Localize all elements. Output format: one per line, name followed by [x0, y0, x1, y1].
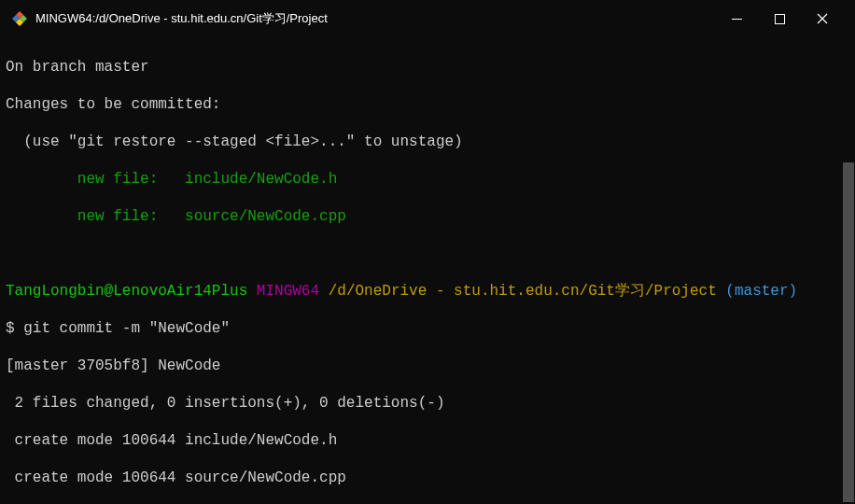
- svg-rect-0: [775, 14, 784, 23]
- output-line: new file: include/NewCode.h: [6, 170, 849, 189]
- output-line: 2 files changed, 0 insertions(+), 0 dele…: [6, 394, 849, 413]
- git-diamond-icon: [11, 10, 28, 27]
- command-line: $ git commit -m "NewCode": [6, 319, 849, 338]
- minimize-button[interactable]: [715, 4, 758, 34]
- output-line: [master 3705bf8] NewCode: [6, 357, 849, 375]
- scrollbar-thumb[interactable]: [843, 162, 854, 502]
- output-line: create mode 100644 source/NewCode.cpp: [6, 469, 849, 487]
- output-line: On branch master: [6, 58, 849, 77]
- terminal-area[interactable]: On branch master Changes to be committed…: [0, 37, 855, 504]
- prompt-env: MINGW64: [257, 283, 319, 300]
- window-controls: [715, 4, 848, 34]
- output-line: create mode 100644 include/NewCode.h: [6, 431, 849, 450]
- prompt-user: TangLongbin@LenovoAir14Plus: [6, 283, 247, 300]
- titlebar: MINGW64:/d/OneDrive - stu.hit.edu.cn/Git…: [0, 0, 855, 37]
- window-title: MINGW64:/d/OneDrive - stu.hit.edu.cn/Git…: [35, 11, 715, 26]
- output-line: (use "git restore --staged <file>..." to…: [6, 133, 849, 151]
- close-button[interactable]: [801, 4, 844, 34]
- blank-line: [6, 245, 849, 263]
- prompt-line: TangLongbin@LenovoAir14Plus MINGW64 /d/O…: [6, 282, 849, 301]
- scrollbar[interactable]: [843, 39, 854, 502]
- prompt-path: /d/OneDrive - stu.hit.edu.cn/Git学习/Proje…: [329, 283, 717, 300]
- prompt-branch: (master): [717, 283, 797, 300]
- maximize-button[interactable]: [758, 4, 801, 34]
- output-line: new file: source/NewCode.cpp: [6, 207, 849, 226]
- output-line: Changes to be committed:: [6, 95, 849, 114]
